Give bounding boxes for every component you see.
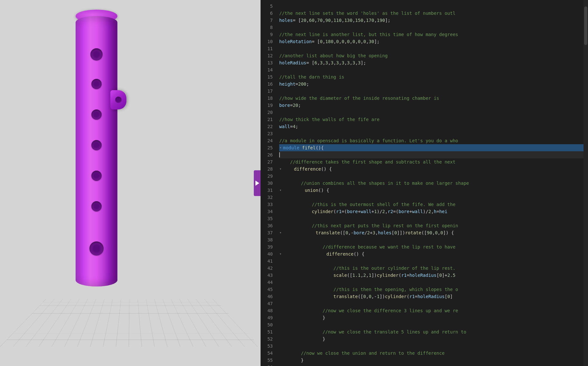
line-num-41: 41 — [261, 258, 273, 265]
code-line-25: ▾ module fifel (){ — [279, 144, 588, 151]
code-line-11 — [279, 45, 588, 52]
var-holes: holes — [279, 17, 293, 24]
line-num-24: 24 — [261, 137, 273, 144]
line-num-27: 27 — [261, 158, 273, 165]
hole-4 — [91, 140, 102, 150]
line-num-37: 37 — [261, 229, 273, 236]
code-line-8 — [279, 24, 588, 31]
fold-arrow-40[interactable]: ▾ — [278, 251, 283, 257]
code-line-41 — [279, 258, 588, 265]
code-line-6: //the next line sets the word 'holes' as… — [279, 10, 588, 17]
code-line-13: holeRadius = [ 6 , 3 , 3 , 3 , 3 , 3 , 3… — [279, 59, 588, 66]
line-num-43: 43 — [261, 272, 273, 279]
line-num-7: 7 — [261, 17, 273, 24]
line-num-30: 30 — [261, 180, 273, 187]
fold-arrow-37[interactable]: ▾ — [278, 230, 283, 235]
code-line-20 — [279, 109, 588, 116]
code-line-56 — [279, 364, 588, 366]
code-line-45: //this is then the opening, which slopes… — [279, 286, 588, 293]
line-num-20: 20 — [261, 109, 273, 116]
code-line-46: translate ([ 0 , 0 ,- 1 ]) cylinder ( r1… — [279, 293, 588, 300]
code-content[interactable]: //the next line sets the word 'holes' as… — [277, 0, 588, 366]
text-cursor — [279, 152, 280, 157]
line-num-32: 32 — [261, 194, 273, 201]
code-line-44 — [279, 279, 588, 286]
line-num-52: 52 — [261, 335, 273, 343]
fife-body — [76, 16, 117, 286]
code-line-19: bore = 20 ; — [279, 102, 588, 109]
code-line-33: //this is the outermost shell of the fif… — [279, 201, 588, 208]
line-num-46: 46 — [261, 293, 273, 300]
line-num-35: 35 — [261, 215, 273, 222]
line-num-6: 6 — [261, 10, 273, 17]
line-num-12: 12 — [261, 52, 273, 59]
code-line-35 — [279, 215, 588, 222]
code-line-34: cylinder ( r1 =( bore + wall + 1 )/ 2 , … — [279, 208, 588, 215]
code-line-7: holes = [ 20 , 60 , 70 , 90 , 110 , 130 … — [279, 17, 588, 24]
code-line-30: //union combines all the shapes in it to… — [279, 180, 588, 187]
code-line-55: } — [279, 357, 588, 364]
line-num-5: 5 — [261, 3, 273, 10]
line-num-56: 56 — [261, 364, 273, 366]
code-line-31: ▾ union () { — [279, 187, 588, 194]
code-line-17 — [279, 88, 588, 95]
code-line-5 — [279, 3, 588, 10]
lip-rest-opening — [115, 97, 122, 103]
code-line-36: //this next part puts the lip rest on th… — [279, 222, 588, 229]
code-line-40: ▾ difference () { — [279, 250, 588, 258]
code-line-28: ▾ difference () { — [279, 165, 588, 173]
code-line-37: ▾ translate ([ 0 ,- bore / 2 + 3 , holes… — [279, 229, 588, 236]
line-num-21: 21 — [261, 116, 273, 123]
scrollbar[interactable] — [583, 0, 588, 366]
hole-5 — [91, 171, 102, 181]
line-num-13: 13 — [261, 59, 273, 66]
code-line-16: height = 200 ; — [279, 80, 588, 88]
comment-6: //the next line sets the word 'holes' as… — [279, 10, 455, 17]
code-line-32 — [279, 194, 588, 201]
code-line-9: //the next line is another list, but thi… — [279, 31, 588, 38]
line-num-28: 28 — [261, 165, 273, 173]
3d-viewport — [0, 0, 261, 366]
fold-arrow-31[interactable]: ▾ — [278, 188, 283, 193]
line-num-40: 40 — [261, 250, 273, 258]
lip-rest — [110, 90, 126, 109]
line-numbers: 5 6 7 8 9 10 11 12 13 14 15 16 17 18 19 … — [261, 0, 277, 366]
fold-arrow-28[interactable]: ▾ — [278, 166, 283, 172]
line-num-11: 11 — [261, 45, 273, 52]
nav-arrow-button[interactable] — [254, 170, 261, 196]
op-7: = [ — [293, 17, 301, 24]
line-num-36: 36 — [261, 222, 273, 229]
line-num-39: 39 — [261, 243, 273, 250]
line-num-54: 54 — [261, 350, 273, 357]
code-line-18: //how wide the diameter of the inside re… — [279, 95, 588, 102]
line-num-23: 23 — [261, 130, 273, 137]
line-num-53: 53 — [261, 343, 273, 350]
fife-model — [64, 6, 129, 296]
line-num-14: 14 — [261, 66, 273, 73]
nav-arrow-icon — [255, 181, 259, 186]
hole-2 — [91, 79, 102, 89]
line-num-44: 44 — [261, 279, 273, 286]
line-num-18: 18 — [261, 95, 273, 102]
code-line-49: } — [279, 314, 588, 321]
line-num-9: 9 — [261, 31, 273, 38]
code-line-10: holeRotation = [ 0 , 180 , 0 , 0 , 0 , 0… — [279, 38, 588, 45]
code-line-29 — [279, 173, 588, 180]
code-editor: 5 6 7 8 9 10 11 12 13 14 15 16 17 18 19 … — [261, 0, 588, 366]
line-num-34: 34 — [261, 208, 273, 215]
line-num-50: 50 — [261, 321, 273, 328]
fold-arrow-25[interactable]: ▾ — [278, 145, 283, 150]
code-line-24: //a module in openscad is basically a fu… — [279, 137, 588, 144]
line-num-33: 33 — [261, 201, 273, 208]
scroll-thumb[interactable] — [584, 6, 587, 45]
code-line-53 — [279, 343, 588, 350]
code-line-38 — [279, 236, 588, 243]
num-7: 20 — [301, 17, 306, 24]
hole-1 — [90, 48, 103, 61]
line-num-19: 19 — [261, 102, 273, 109]
line-num-29: 29 — [261, 173, 273, 180]
line-num-25: 25 — [261, 144, 273, 151]
code-line-23 — [279, 130, 588, 137]
line-num-26: 26 — [261, 151, 273, 158]
line-num-45: 45 — [261, 286, 273, 293]
